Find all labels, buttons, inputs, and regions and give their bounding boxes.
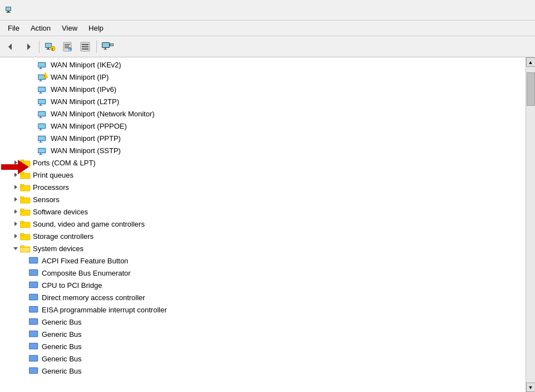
- tree-expander[interactable]: [11, 158, 20, 167]
- tree-item[interactable]: WAN Miniport (IPv6): [0, 83, 526, 95]
- tree-item[interactable]: WAN Miniport (PPTP): [0, 132, 526, 144]
- scrollbar[interactable]: ▲ ▼: [526, 57, 535, 392]
- item-icon-network: [38, 146, 49, 155]
- toolbar-back[interactable]: [2, 39, 19, 55]
- toolbar-properties[interactable]: i: [60, 39, 76, 55]
- tree-item[interactable]: Generic Bus: [0, 365, 526, 377]
- tree-expander[interactable]: [11, 183, 20, 192]
- svg-rect-80: [20, 221, 24, 223]
- item-icon-network-warn: !: [38, 72, 49, 81]
- tree-expander: [20, 281, 29, 290]
- svg-rect-48: [38, 112, 45, 116]
- tree-item[interactable]: ! WAN Miniport (IP): [0, 71, 526, 83]
- tree-item[interactable]: Print queues: [0, 169, 526, 181]
- svg-rect-105: [30, 356, 37, 361]
- tree-item[interactable]: Software devices: [0, 205, 526, 218]
- svg-marker-63: [14, 160, 17, 165]
- tree-expander[interactable]: [11, 207, 20, 216]
- toolbar-monitor[interactable]: [99, 39, 116, 55]
- svg-rect-99: [30, 319, 37, 324]
- tree-item[interactable]: Generic Bus: [0, 316, 526, 328]
- tree-item[interactable]: CPU to PCI Bridge: [0, 279, 526, 291]
- tree-expander[interactable]: [11, 195, 20, 204]
- svg-rect-35: [40, 80, 41, 81]
- svg-rect-89: [30, 258, 37, 263]
- menu-view[interactable]: View: [56, 22, 83, 35]
- scrollbar-thumb[interactable]: [527, 72, 535, 106]
- main-content: WAN Miniport (IKEv2) ! WAN Miniport (IP)…: [0, 57, 535, 392]
- menu-file[interactable]: File: [2, 22, 25, 35]
- item-icon-folder: [20, 232, 31, 241]
- svg-rect-36: [39, 81, 42, 81]
- svg-rect-103: [30, 344, 37, 349]
- tree-expander: [20, 305, 29, 314]
- tree-item[interactable]: Generic Bus: [0, 340, 526, 352]
- tree-expander[interactable]: [11, 170, 20, 179]
- toolbar-list[interactable]: [77, 39, 94, 55]
- tree-item[interactable]: Direct memory access controller: [0, 291, 526, 303]
- tree-expander[interactable]: [11, 219, 20, 228]
- tree-expander[interactable]: [11, 232, 20, 241]
- svg-rect-53: [40, 129, 41, 130]
- tree-item[interactable]: WAN Miniport (SSTP): [0, 144, 526, 156]
- tree-item[interactable]: Sensors: [0, 193, 526, 205]
- svg-rect-32: [39, 68, 42, 69]
- tree-expander: [29, 60, 38, 69]
- scroll-down-button[interactable]: ▼: [526, 383, 536, 392]
- svg-rect-62: [39, 154, 42, 155]
- item-icon-device: [29, 354, 40, 363]
- svg-rect-23: [102, 43, 109, 47]
- toolbar-sep-2: [96, 41, 97, 53]
- svg-rect-14: [65, 46, 69, 47]
- toolbar-forward[interactable]: [20, 39, 37, 55]
- tree-expander: [29, 121, 38, 130]
- scrollbar-track[interactable]: [526, 67, 536, 383]
- toolbar: ! i: [0, 36, 535, 57]
- tree-view[interactable]: WAN Miniport (IKEv2) ! WAN Miniport (IP)…: [0, 57, 526, 392]
- svg-rect-93: [30, 282, 37, 287]
- tree-item[interactable]: Ports (COM & LPT): [0, 156, 526, 169]
- tree-item[interactable]: Composite Bus Enumerator: [0, 267, 526, 279]
- tree-item[interactable]: ACPI Fixed Feature Button: [0, 254, 526, 267]
- menu-action[interactable]: Action: [25, 22, 56, 35]
- tree-item[interactable]: EISA programmable interrupt controller: [0, 303, 526, 316]
- svg-rect-2: [7, 11, 9, 12]
- scroll-up-button[interactable]: ▲: [526, 57, 536, 67]
- maximize-button[interactable]: [479, 0, 505, 21]
- tree-item[interactable]: Storage controllers: [0, 230, 526, 242]
- item-icon-network: [38, 60, 49, 69]
- tree-expander: [29, 72, 38, 81]
- item-label: Generic Bus: [42, 367, 82, 375]
- item-label: WAN Miniport (PPTP): [51, 134, 121, 143]
- item-label: Generic Bus: [42, 342, 82, 351]
- tree-item[interactable]: Generic Bus: [0, 328, 526, 340]
- close-button[interactable]: [505, 0, 531, 21]
- svg-rect-45: [40, 104, 41, 105]
- item-label: WAN Miniport (Network Monitor): [51, 110, 155, 118]
- tree-item[interactable]: WAN Miniport (IKEv2): [0, 58, 526, 71]
- tree-item[interactable]: Processors: [0, 181, 526, 193]
- tree-item[interactable]: System devices: [0, 242, 526, 254]
- tree-item[interactable]: WAN Miniport (Network Monitor): [0, 107, 526, 120]
- minimize-button[interactable]: [454, 0, 479, 21]
- item-label: WAN Miniport (L2TP): [51, 97, 119, 106]
- tree-expander: [20, 366, 29, 375]
- tree-expander: [20, 293, 29, 302]
- title-bar: [0, 0, 535, 21]
- svg-rect-42: [39, 93, 42, 94]
- tree-expander: [29, 85, 38, 94]
- menu-help[interactable]: Help: [83, 22, 109, 35]
- tree-item[interactable]: WAN Miniport (PPPOE): [0, 120, 526, 132]
- tree-item[interactable]: WAN Miniport (L2TP): [0, 95, 526, 107]
- svg-rect-97: [30, 307, 37, 312]
- tree-item[interactable]: Generic Bus: [0, 352, 526, 365]
- toolbar-device-manager[interactable]: !: [42, 39, 58, 55]
- tree-item[interactable]: Sound, video and game controllers: [0, 218, 526, 230]
- item-label: EISA programmable interrupt controller: [42, 306, 167, 314]
- svg-rect-71: [20, 184, 24, 187]
- item-icon-device: [29, 268, 40, 277]
- tree-expander[interactable]: [11, 244, 20, 253]
- svg-rect-65: [20, 160, 24, 162]
- item-label: Direct memory access controller: [42, 293, 145, 302]
- svg-rect-46: [39, 105, 42, 106]
